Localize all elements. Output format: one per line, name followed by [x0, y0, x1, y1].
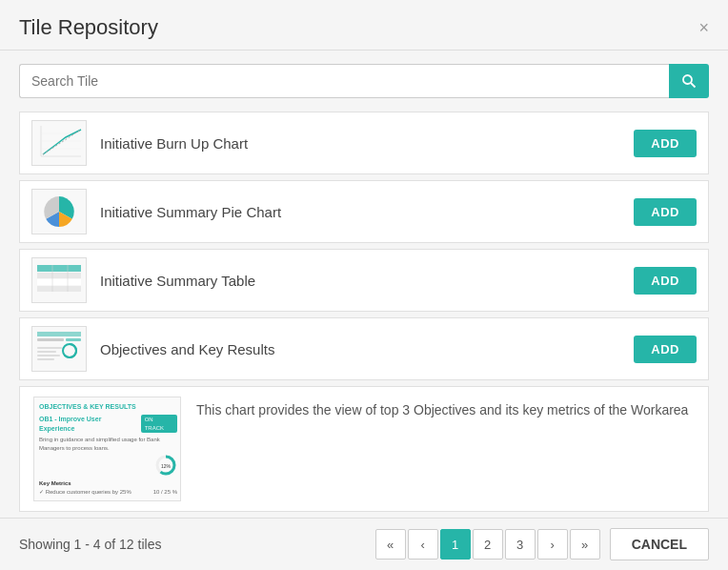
preview-box: OBJECTIVES & KEY RESULTS OB1 - Improve U… — [19, 386, 709, 512]
page-last-button[interactable]: » — [570, 529, 600, 560]
svg-rect-17 — [37, 332, 81, 336]
modal-footer: Showing 1 - 4 of 12 tiles « ‹ 1 2 3 › » … — [0, 518, 728, 570]
modal-container: Tile Repository × — [0, 0, 728, 570]
search-input[interactable] — [19, 64, 669, 98]
tile-name-table: Initiative Summary Table — [100, 273, 620, 289]
svg-rect-19 — [66, 338, 81, 341]
modal-header: Tile Repository × — [0, 0, 728, 51]
preview-card-desc: Bring in guidance and simplified usage f… — [39, 436, 177, 452]
svg-point-0 — [683, 75, 692, 84]
preview-card-ob-row: OB1 - Improve User Experience ON TRACK — [39, 415, 177, 434]
page-3-button[interactable]: 3 — [505, 529, 536, 560]
preview-card: OBJECTIVES & KEY RESULTS OB1 - Improve U… — [34, 397, 181, 500]
svg-rect-24 — [37, 355, 60, 356]
add-button-pie[interactable]: ADD — [634, 198, 697, 226]
page-first-button[interactable]: « — [375, 529, 406, 560]
search-row — [19, 64, 709, 98]
tile-name-okr: Objectives and Key Results — [100, 341, 620, 357]
svg-rect-11 — [37, 273, 81, 278]
preview-metric-item: ✓ Reduce customer queries by 25% 10 / 25… — [39, 488, 177, 496]
tile-item: Initiative Summary Pie Chart ADD — [19, 180, 709, 243]
add-button-okr[interactable]: ADD — [634, 336, 697, 363]
tiles-list: Initiative Burn Up Chart ADD — [19, 112, 709, 386]
tile-thumbnail-table — [31, 257, 87, 303]
cancel-button[interactable]: CANCEL — [610, 528, 709, 560]
search-icon — [681, 73, 697, 89]
svg-rect-23 — [37, 351, 56, 353]
tile-item: Initiative Summary Table ADD — [19, 249, 709, 312]
close-button[interactable]: × — [698, 19, 709, 36]
tile-name-burn-up: Initiative Burn Up Chart — [100, 135, 620, 152]
svg-text:12%: 12% — [161, 463, 172, 469]
svg-rect-22 — [37, 347, 62, 349]
tile-item: Initiative Burn Up Chart ADD — [19, 112, 709, 174]
table-thumb-icon — [33, 259, 85, 301]
svg-rect-10 — [37, 265, 81, 272]
svg-rect-25 — [37, 358, 54, 360]
preview-progress: 12% — [39, 454, 177, 477]
footer-right: « ‹ 1 2 3 › » CANCEL — [375, 528, 709, 560]
svg-rect-18 — [37, 338, 64, 341]
tile-name-pie: Initiative Summary Pie Chart — [100, 204, 620, 220]
modal-title: Tile Repository — [19, 15, 158, 40]
preview-metric-name: ✓ Reduce customer queries by 25% — [39, 488, 131, 496]
page-next-button[interactable]: › — [537, 529, 568, 560]
svg-rect-12 — [37, 279, 81, 285]
burn-up-thumb-icon — [33, 122, 85, 164]
modal-body: Initiative Burn Up Chart ADD — [0, 51, 728, 518]
okr-thumb-icon — [33, 328, 85, 370]
preview-card-badge: ON TRACK — [141, 415, 177, 433]
page-1-button[interactable]: 1 — [440, 529, 471, 560]
tile-thumbnail-okr — [31, 326, 87, 372]
add-button-table[interactable]: ADD — [634, 267, 697, 295]
preview-metrics-label: Key Metrics — [39, 479, 177, 487]
tile-thumbnail-pie — [31, 189, 87, 234]
page-prev-button[interactable]: ‹ — [408, 529, 438, 560]
search-button[interactable] — [669, 64, 709, 98]
add-button-burn-up[interactable]: ADD — [634, 130, 697, 157]
page-2-button[interactable]: 2 — [473, 529, 503, 560]
showing-text: Showing 1 - 4 of 12 tiles — [19, 537, 161, 552]
preview-metric-value: 10 / 25 % — [153, 488, 177, 496]
pie-thumb-icon — [33, 191, 85, 233]
preview-card-ob: OB1 - Improve User Experience — [39, 415, 137, 434]
preview-image: OBJECTIVES & KEY RESULTS OB1 - Improve U… — [33, 397, 181, 501]
preview-progress-circle: 12% — [154, 454, 177, 477]
svg-line-1 — [691, 83, 696, 88]
tile-thumbnail-burn-up — [31, 120, 87, 166]
svg-rect-13 — [37, 286, 81, 292]
preview-card-title: OBJECTIVES & KEY RESULTS — [39, 402, 177, 412]
pagination: « ‹ 1 2 3 › » — [375, 529, 600, 560]
tile-item: Objectives and Key Results ADD — [19, 317, 709, 380]
preview-description: This chart provides the view of top 3 Ob… — [196, 397, 688, 420]
